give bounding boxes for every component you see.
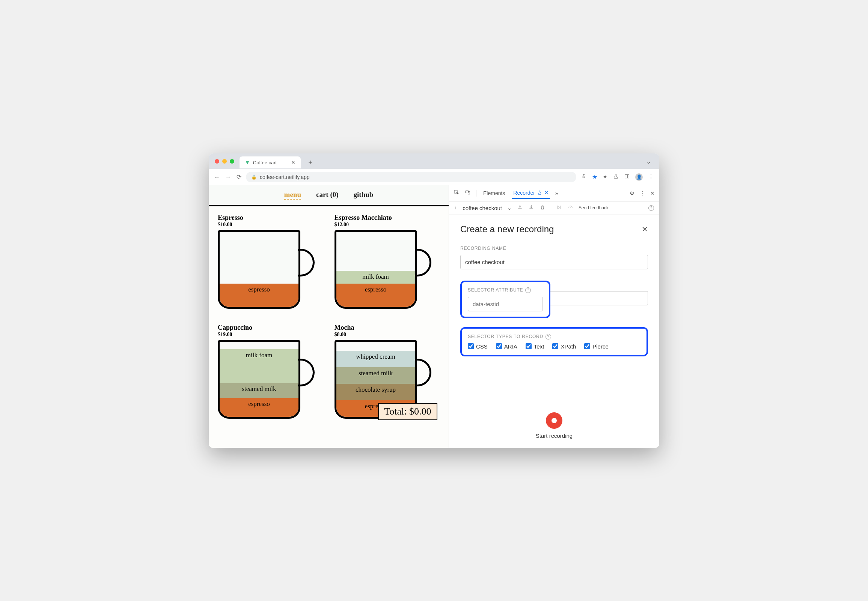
panel-footer: Start recording (449, 403, 659, 448)
forward-button[interactable]: → (225, 174, 231, 180)
lock-icon: 🔒 (251, 174, 257, 180)
labs-icon[interactable] (613, 173, 619, 181)
reload-button[interactable]: ⟳ (237, 173, 241, 180)
settings-icon[interactable]: ⚙ (630, 190, 634, 196)
bookmark-icon[interactable]: ★ (592, 173, 597, 180)
more-tabs-icon[interactable]: » (555, 190, 558, 196)
selector-type-checkbox[interactable]: XPath (552, 343, 576, 350)
selector-attribute-input[interactable] (468, 297, 543, 311)
selector-types-highlight: SELECTOR TYPES TO RECORD ? CSSARIATextXP… (460, 327, 648, 356)
minimize-window-button[interactable] (222, 159, 227, 163)
cup-handle (415, 249, 431, 276)
inspect-icon[interactable] (454, 189, 460, 197)
titlebar: ▼ Coffee cart ✕ + ⌄ (209, 153, 659, 169)
product-name: Cappuccino (218, 324, 323, 332)
checkbox-label: Text (534, 343, 544, 350)
product-card: Espresso$10.00espresso (218, 214, 323, 313)
selector-attr-help-icon[interactable]: ? (525, 287, 531, 293)
vue-icon: ▼ (245, 159, 250, 165)
speed-icon[interactable] (567, 204, 573, 212)
cup-layer: espresso (336, 284, 415, 307)
traffic-lights (213, 159, 236, 166)
tab-recorder[interactable]: Recorder ✕ (512, 188, 550, 199)
close-panel-button[interactable]: ✕ (642, 225, 648, 234)
replay-icon[interactable] (556, 204, 562, 212)
selector-type-checkbox[interactable]: Text (526, 343, 544, 350)
checkbox-label: XPath (561, 343, 576, 350)
browser-window: ▼ Coffee cart ✕ + ⌄ ← → ⟳ 🔒 coffee-cart.… (209, 153, 659, 448)
devtools-menu-icon[interactable]: ⋮ (640, 190, 645, 196)
device-toggle-icon[interactable] (465, 189, 471, 197)
flow-name-select[interactable]: coffee checkout (463, 205, 502, 211)
cup[interactable]: milk foamespresso (335, 230, 432, 313)
recorder-toolbar: + coffee checkout ⌄ Se (449, 201, 659, 215)
close-window-button[interactable] (215, 159, 219, 163)
tab-elements[interactable]: Elements (482, 188, 506, 198)
flow-dropdown-icon[interactable]: ⌄ (507, 205, 512, 211)
create-recording-panel: Create a new recording ✕ RECORDING NAME … (449, 215, 659, 403)
cup-layer: steamed milk (220, 383, 298, 398)
devtools-panel: Elements Recorder ✕ » ⚙ ⋮ ✕ + coffee che… (449, 185, 659, 448)
close-panel-tab-icon[interactable]: ✕ (544, 190, 549, 195)
import-icon[interactable] (528, 204, 534, 212)
tab-title: Coffee cart (253, 160, 277, 165)
side-panel-icon[interactable] (624, 173, 630, 181)
record-icon (552, 418, 557, 423)
selector-types-help-icon[interactable]: ? (546, 334, 551, 340)
tabs-dropdown-button[interactable]: ⌄ (646, 158, 655, 167)
product-price: $8.00 (335, 332, 440, 338)
cup[interactable]: espresso (218, 230, 315, 313)
checkbox-label: ARIA (504, 343, 517, 350)
browser-tab[interactable]: ▼ Coffee cart ✕ (240, 156, 301, 168)
close-tab-button[interactable]: ✕ (291, 159, 295, 165)
new-recording-icon[interactable]: + (454, 205, 457, 211)
url-field[interactable]: 🔒 coffee-cart.netlify.app (246, 172, 576, 182)
product-name: Espresso (218, 214, 323, 222)
extensions-icon[interactable]: ✦ (602, 173, 607, 180)
nav-github[interactable]: github (354, 191, 374, 200)
selector-type-checkbox[interactable]: ARIA (496, 343, 517, 350)
nav-cart[interactable]: cart (0) (316, 191, 339, 200)
back-button[interactable]: ← (214, 174, 220, 180)
nav-menu[interactable]: menu (284, 191, 301, 200)
share-icon[interactable] (581, 173, 587, 181)
total-badge[interactable]: Total: $0.00 (378, 403, 437, 420)
cup-layer: whipped cream (336, 351, 415, 367)
selector-type-checkbox[interactable]: CSS (468, 343, 488, 350)
delete-icon[interactable] (539, 204, 546, 212)
selector-types-label: SELECTOR TYPES TO RECORD (468, 334, 543, 339)
cup-handle (298, 249, 315, 276)
selector-type-checkbox[interactable]: Pierce (584, 343, 608, 350)
cup-handle (415, 358, 431, 386)
recording-name-input[interactable] (460, 255, 648, 269)
checkbox-label: CSS (476, 343, 488, 350)
cup-layer: milk foam (220, 349, 298, 383)
devtools-tabbar: Elements Recorder ✕ » ⚙ ⋮ ✕ (449, 185, 659, 201)
panel-title: Create a new recording (460, 224, 554, 235)
send-feedback-link[interactable]: Send feedback (579, 205, 608, 211)
maximize-window-button[interactable] (230, 159, 234, 163)
cup[interactable]: whipped creamsteamed milkchocolate syrup… (335, 340, 432, 423)
new-tab-button[interactable]: + (304, 156, 316, 169)
cup[interactable]: milk foamsteamed milkespresso (218, 340, 315, 423)
help-icon[interactable]: ? (648, 205, 654, 211)
product-card: Mocha$8.00whipped creamsteamed milkchoco… (335, 324, 440, 423)
address-bar: ← → ⟳ 🔒 coffee-cart.netlify.app ★ ✦ 👤 ⋮ (209, 169, 659, 185)
close-devtools-icon[interactable]: ✕ (650, 190, 655, 196)
cup-layer: chocolate syrup (336, 384, 415, 400)
product-name: Espresso Macchiato (335, 214, 440, 222)
checkbox-label: Pierce (593, 343, 608, 350)
export-icon[interactable] (517, 204, 523, 212)
start-recording-button[interactable] (546, 412, 562, 429)
kebab-menu-icon[interactable]: ⋮ (648, 173, 654, 180)
selector-attribute-input-extension[interactable] (550, 291, 648, 305)
cup-layer: espresso (220, 284, 298, 307)
cup-layer: espresso (220, 398, 298, 417)
url-text: coffee-cart.netlify.app (260, 174, 310, 180)
selector-attribute-label: SELECTOR ATTRIBUTE (468, 287, 523, 293)
cup-layer: steamed milk (336, 367, 415, 384)
svg-rect-0 (625, 174, 629, 178)
profile-icon[interactable]: 👤 (635, 173, 643, 181)
cup-layer: milk foam (336, 271, 415, 284)
page-content: menu cart (0) github Espresso$10.00espre… (209, 185, 449, 448)
